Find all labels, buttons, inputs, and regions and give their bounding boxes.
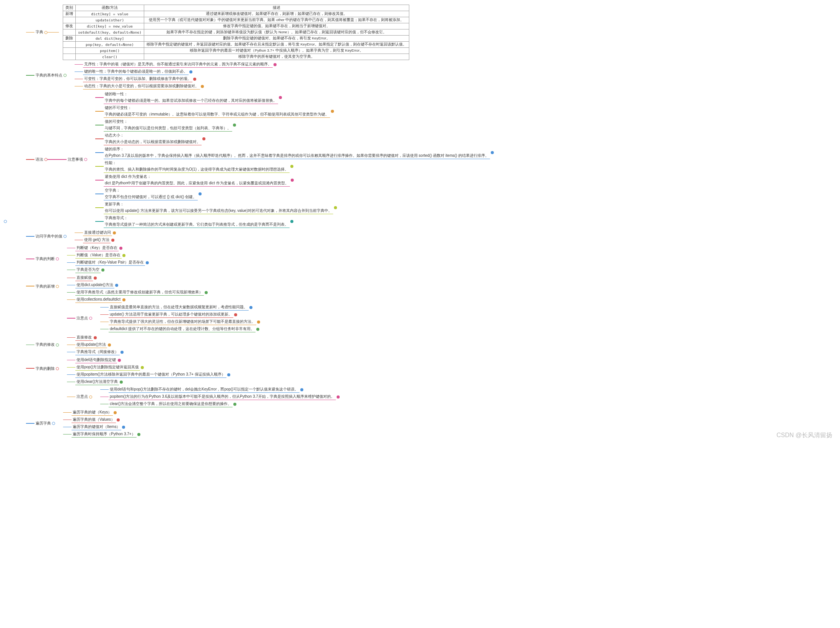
connector: [100, 397, 109, 397]
leaf-title: 值的可变性：: [104, 119, 232, 125]
connector: [26, 32, 34, 33]
table-cell: 删除字典中指定键的键值对。如果键不存在，将引发 KeyError。: [144, 36, 409, 42]
watermark: CSDN @长风清留扬: [777, 431, 832, 439]
connector: [67, 360, 75, 361]
connector: [67, 285, 75, 286]
connector: [100, 404, 109, 405]
leaf: 字典的大小是动态的，可以根据需要添加或删除键值对。: [104, 139, 202, 145]
leaf: 字典中的每个键都必须是唯一的。如果尝试添加或修改一个已经存在的键，其对应的值将被…: [104, 98, 278, 104]
leaf: dict 是Python中用于创建字典的内置类型。因此，应避免使用 dict 作…: [104, 180, 290, 187]
leaf: 使用clear()方法清空字典: [75, 379, 119, 385]
leaf: 使用字典推导式（虽然主要用于修改或创建新字典，但也可实现新增效果）: [75, 289, 204, 296]
connector: [63, 427, 72, 428]
table-header: 类别: [63, 5, 76, 11]
leaf-dot: [273, 63, 277, 66]
connector: [100, 322, 109, 322]
dict-methods-table: 类别函数/方法描述 新增dict[key] = value通过键来新增或修改键值…: [63, 5, 409, 60]
connector: [26, 159, 34, 160]
leaf-dot: [120, 351, 124, 354]
leaf-title: 键的排序：: [104, 146, 490, 153]
leaf: 直接修改: [75, 334, 93, 341]
connector: [100, 314, 109, 315]
leaf: 判断键值对（Key-Value Pair）是否存在: [75, 259, 145, 266]
connector: [67, 248, 75, 249]
leaf-dot: [189, 70, 192, 73]
connector: [47, 159, 67, 160]
table-cell: update(other): [76, 17, 144, 23]
leaf-dot: [331, 110, 334, 113]
table-cell: dict[key] = new_value: [76, 23, 144, 29]
leaf-dot: [117, 418, 120, 421]
table-cell: 如果字典中不存在指定的键，则添加键并将值设为默认值（默认为 None）。如果键已…: [144, 29, 409, 36]
leaf-dot: [257, 321, 260, 324]
table-cell: 移除字典中的所有键值对，使其变为空字典。: [144, 54, 409, 60]
table-cell: [63, 48, 76, 54]
leaf: 使用dict.update()方法: [75, 282, 114, 288]
table-header: 函数/方法: [76, 5, 144, 11]
syntax-note: 键的唯一性：字典中的每个键都必须是唯一的。如果尝试添加或修改一个已经存在的键，其…: [95, 91, 494, 104]
leaf: clear()方法会清空整个字典，所以在使用之前要确保这是你想要的操作。: [109, 401, 233, 407]
connector: [26, 423, 34, 424]
syntax-note: 字典推导式：字典推导式提供了一种简洁的方式来创建或更新字典。它们类似于列表推导式…: [95, 215, 494, 228]
leaf-title: 性能：: [104, 160, 290, 166]
connector: [67, 270, 75, 270]
leaf: 动态性：字典的大小是可变的，你可以根据需要添加或删除键值对。: [83, 83, 200, 89]
connector: [100, 389, 109, 390]
syntax-note: 动态大小：字典的大小是动态的，可以根据需要添加或删除键值对。: [95, 132, 494, 145]
table-cell: dict[key] = value: [76, 11, 144, 17]
connector: [67, 292, 75, 293]
table-cell: clear(): [76, 54, 144, 60]
leaf-dot: [337, 395, 340, 399]
table-cell: [63, 17, 76, 23]
leaf: 字典推导式提供了一种简洁的方式来创建或更新字典。它们类似于列表推导式，但生成的是…: [104, 221, 290, 228]
table-row: setdefault(key, default=None)如果字典中不存在指定的…: [63, 29, 409, 36]
connector: [75, 240, 83, 241]
connector: [67, 345, 75, 345]
leaf: 判断值（Value）是否存在: [75, 252, 122, 259]
leaf: 遍历字典的值（Values）: [72, 416, 116, 423]
section-dict: 字典 类别函数/方法描述 新增dict[key] = value通过键来新增或修…: [26, 5, 494, 60]
section-syntax: 语法 注意事项 键的唯一性：字典中的每个键都必须是唯一的。如果尝试添加或修改一个…: [26, 91, 494, 228]
node-dot: [89, 395, 92, 399]
connector: [95, 180, 104, 181]
table-cell: 移除并返回字典中的最后一对键值对（Python 3.7+ 中按插入顺序）。如果字…: [144, 48, 409, 54]
node-dot: [89, 317, 92, 320]
leaf-dot: [202, 137, 205, 140]
connector: [47, 32, 59, 33]
table-cell: 新增: [63, 11, 76, 17]
leaf: 你可以使用 update() 方法来更新字典，该方法可以接受另一个字典或包含(k…: [104, 208, 333, 214]
connector: [67, 397, 75, 397]
node-dot: [56, 285, 59, 288]
leaf-title: 空字典：: [104, 187, 198, 194]
leaf: update() 方法适用于批量更新字典，可以处理多个键值对的添加或更新。: [109, 311, 233, 318]
table-row: update(other)使用另一个字典（或可迭代键值对对象）中的键值对来更新当…: [63, 17, 409, 23]
connector: [26, 236, 34, 237]
section-access: 访问字典中的值 直接通过键访问 使用 get() 方法: [26, 229, 494, 244]
leaf-dot: [193, 78, 196, 81]
leaf-dot: [94, 336, 97, 339]
section-delete: 字典的删除 使用del语句删除指定键 使用pop()方法删除指定键并返回其值 使…: [26, 356, 494, 408]
leaf: 直接赋值是最简单直接的方法，但在处理大量数据或频繁更新时，考虑性能问题。: [109, 304, 249, 311]
leaf-dot: [122, 426, 125, 429]
leaf-title: 键的唯一性：: [104, 91, 278, 98]
table-cell: 使用另一个字典（或可迭代键值对对象）中的键值对来更新当前字典。如果 other …: [144, 17, 409, 23]
leaf: popitem()方法的行为在Python 3.6及以前版本中可能不是按插入顺序…: [109, 394, 336, 400]
leaf: 字典推导式（间接修改）: [75, 349, 120, 355]
leaf-dot: [300, 388, 303, 391]
connector: [95, 125, 104, 125]
table-cell: 删除: [63, 36, 76, 42]
node-label: 字典的新增: [34, 283, 56, 290]
leaf-dot: [201, 85, 204, 88]
table-row: 删除del dict[key]删除字典中指定键的键值对。如果键不存在，将引发 K…: [63, 36, 409, 42]
connector: [67, 278, 75, 278]
leaf: 直接赋值: [75, 275, 93, 281]
table-cell: popitem(): [76, 48, 144, 54]
node-label: 注意点: [75, 315, 89, 322]
connector: [75, 72, 83, 72]
syntax-note: 值的可变性：与键不同，字典的值可以是任何类型，包括可变类型（如列表、字典等）。: [95, 119, 494, 132]
node-dot: [56, 343, 59, 347]
section-modify: 字典的修改 直接修改 使用update()方法 字典推导式（间接修改）: [26, 334, 494, 356]
section-add: 字典的新增 直接赋值 使用dict.update()方法 使用字典推导式（虽然主…: [26, 274, 494, 333]
leaf: 遍历字典的键值对（Items）: [72, 424, 121, 430]
table-cell: pop(key, default=None): [76, 42, 144, 48]
